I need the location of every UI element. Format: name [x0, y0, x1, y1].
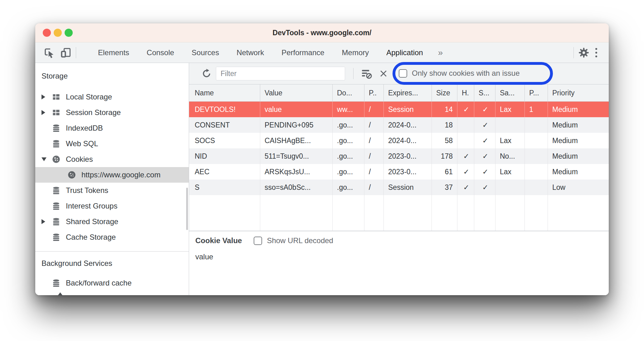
sidebar-item-cookie-origin[interactable]: https://www.google.com — [35, 167, 189, 183]
storage-section-header: Storage — [35, 63, 189, 89]
sidebar-item-indexeddb[interactable]: IndexedDB — [35, 120, 189, 136]
devtools-window: DevTools - www.google.com/ — [35, 23, 609, 295]
show-url-decoded-checkbox[interactable] — [254, 237, 262, 245]
cell-httponly-check: ✓ — [457, 180, 474, 195]
cell-domain: .go... — [333, 133, 364, 148]
database-icon — [51, 233, 61, 242]
filter-input[interactable] — [216, 67, 345, 80]
cell-size: 178 — [432, 148, 457, 164]
separator — [573, 47, 574, 58]
cell-httponly-check: ✓ — [457, 164, 474, 180]
column-header-name[interactable]: Name — [189, 84, 260, 101]
cookie-table-header: Name Value Do... P.. Expires... Size H. … — [189, 84, 609, 102]
column-header-priority[interactable]: Priority — [548, 84, 609, 101]
sidebar-item-back-forward-cache[interactable]: Back/forward cache — [35, 275, 189, 291]
chevron-right-icon[interactable] — [41, 94, 45, 99]
sidebar-scrollbar[interactable] — [186, 188, 188, 230]
table-row[interactable]: AEC ARSKqsJsU... .go... / 2023-0... 61 ✓… — [189, 164, 609, 180]
cell-domain: .go... — [333, 117, 364, 133]
column-header-secure[interactable]: S... — [474, 84, 495, 101]
cell-size: 14 — [432, 102, 457, 117]
table-row[interactable]: CONSENT PENDING+095 .go... / 2024-0... 1… — [189, 117, 609, 133]
cell-partition: 1 — [525, 102, 548, 117]
tab-console[interactable]: Console — [138, 42, 183, 63]
tab-application[interactable]: Application — [378, 42, 432, 63]
table-row[interactable]: SOCS CAISHAgBE... .go... / 2024-0... 58 … — [189, 133, 609, 148]
cell-expires: Session — [384, 180, 432, 195]
sidebar-item-cookies[interactable]: Cookies — [35, 151, 189, 167]
zoom-button[interactable] — [65, 29, 73, 37]
settings-gear-icon[interactable] — [578, 46, 590, 59]
cell-samesite: No... — [495, 148, 525, 164]
sidebar-item-label: Interest Groups — [66, 202, 117, 210]
sidebar-item-label: Session Storage — [66, 108, 121, 117]
table-row[interactable]: S sso=sA0bSc... .go... / Session 37 ✓ ✓ … — [189, 180, 609, 195]
column-header-size[interactable]: Size — [432, 84, 457, 101]
cell-value: sso=sA0bSc... — [260, 180, 333, 195]
database-icon — [51, 278, 61, 288]
chevron-right-icon[interactable] — [41, 219, 45, 224]
sidebar-item-shared-storage[interactable]: Shared Storage — [35, 214, 189, 229]
database-icon — [51, 186, 61, 195]
column-header-partition[interactable]: P... — [525, 84, 548, 101]
cell-value: PENDING+095 — [260, 117, 333, 133]
cell-httponly-check — [457, 117, 474, 133]
cell-name: SOCS — [189, 133, 260, 148]
column-header-value[interactable]: Value — [260, 84, 333, 101]
background-services-header: Background Services — [35, 252, 189, 275]
column-header-samesite[interactable]: Sa... — [495, 84, 525, 101]
clear-filter-icon[interactable] — [360, 67, 373, 80]
tab-network[interactable]: Network — [228, 42, 273, 63]
close-button[interactable] — [43, 29, 51, 37]
cell-partition — [525, 133, 548, 148]
cookie-value-title: Cookie Value — [195, 236, 242, 245]
inspect-element-icon[interactable] — [43, 46, 55, 59]
cell-secure-check: ✓ — [474, 164, 495, 180]
tab-memory[interactable]: Memory — [333, 42, 378, 63]
sidebar-item-web-sql[interactable]: Web SQL — [35, 136, 189, 151]
sidebar-item-cache-storage[interactable]: Cache Storage — [35, 229, 189, 245]
delete-x-icon[interactable] — [377, 67, 390, 80]
database-icon — [51, 217, 61, 226]
cell-value: value — [260, 102, 333, 117]
only-issue-checkbox[interactable] — [399, 69, 407, 78]
sidebar-item-interest-groups[interactable]: Interest Groups — [35, 198, 189, 214]
cell-httponly-check — [457, 133, 474, 148]
cell-priority: Low — [548, 180, 609, 195]
more-tabs-chevron-icon[interactable]: » — [432, 48, 449, 58]
column-header-path[interactable]: P.. — [364, 84, 384, 101]
more-options-kebab-icon[interactable] — [590, 48, 603, 57]
cell-value: CAISHAgBE... — [260, 133, 333, 148]
cookies-panel: Only show cookies with an issue Name Val… — [189, 63, 609, 295]
sidebar-item-label: Cookies — [66, 155, 93, 164]
tab-performance[interactable]: Performance — [273, 42, 333, 63]
cell-size: 58 — [432, 133, 457, 148]
chevron-right-icon[interactable] — [41, 110, 45, 115]
device-toolbar-icon[interactable] — [60, 46, 72, 59]
column-header-domain[interactable]: Do... — [333, 84, 364, 101]
column-header-expires[interactable]: Expires... — [384, 84, 432, 101]
chevron-down-icon[interactable] — [41, 157, 46, 161]
database-icon — [51, 123, 61, 133]
cell-expires: 2023-0... — [384, 164, 432, 180]
column-header-httponly[interactable]: H. — [457, 84, 474, 101]
cookies-toolbar: Only show cookies with an issue — [189, 63, 609, 84]
sidebar-item-session-storage[interactable]: Session Storage — [35, 105, 189, 120]
sidebar-item-local-storage[interactable]: Local Storage — [35, 89, 189, 105]
sidebar-item-label: Local Storage — [66, 93, 112, 101]
tab-sources[interactable]: Sources — [183, 42, 228, 63]
minimize-button[interactable] — [54, 29, 62, 37]
cell-value: 511=Tsugv0... — [260, 148, 333, 164]
tab-elements[interactable]: Elements — [89, 42, 138, 63]
show-url-decoded-label: Show URL decoded — [267, 236, 333, 245]
refresh-icon[interactable] — [201, 68, 212, 79]
window-titlebar[interactable]: DevTools - www.google.com/ — [35, 23, 609, 42]
cell-secure-check: ✓ — [474, 133, 495, 148]
sidebar-item-label: Shared Storage — [66, 217, 118, 226]
sidebar-item-trust-tokens[interactable]: Trust Tokens — [35, 183, 189, 198]
cell-name: DEVTOOLS! — [189, 102, 260, 117]
cell-samesite: Lax — [495, 102, 525, 117]
cell-secure-check: ✓ — [474, 180, 495, 195]
table-row[interactable]: DEVTOOLS! value ww... / Session 14 ✓ ✓ L… — [189, 102, 609, 117]
table-row[interactable]: NID 511=Tsugv0... .go... / 2023-0... 178… — [189, 148, 609, 164]
